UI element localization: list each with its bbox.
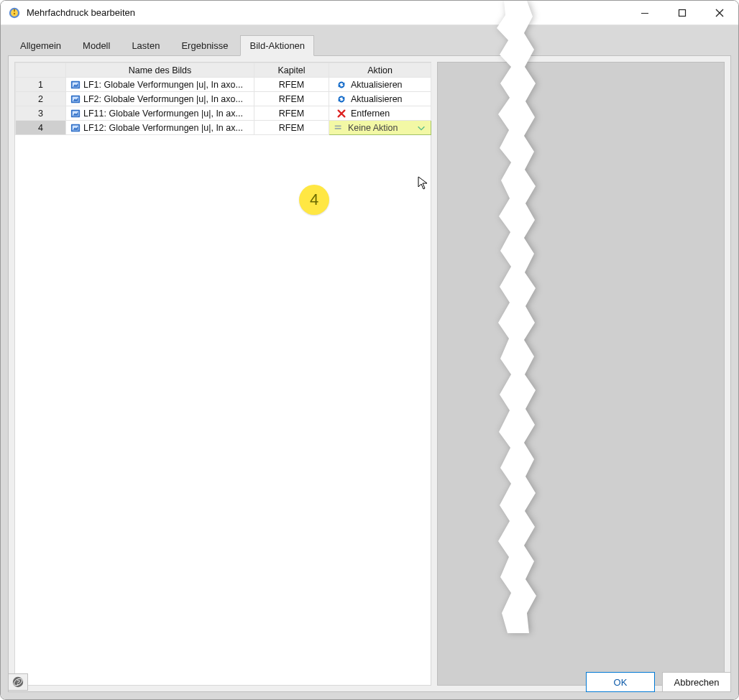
row-number: 2 — [16, 92, 66, 106]
tab-bar: Allgemein Modell Lasten Ergebnisse Bild-… — [8, 31, 731, 56]
app-icon — [8, 6, 21, 19]
row-number: 4 — [16, 121, 66, 135]
action-dropdown-menu: Entfernen Keine Aktion — [329, 134, 431, 135]
refresh-icon — [336, 94, 346, 104]
svg-rect-19 — [335, 128, 341, 129]
action-label: Entfernen — [351, 109, 390, 119]
window-title: Mehrfachdruck bearbeiten — [27, 7, 135, 18]
callout-marker: 4 — [299, 185, 329, 215]
col-header-num — [16, 63, 66, 78]
table-row[interactable]: 4 LF12: Globale Verformungen |u|, In ax.… — [16, 121, 431, 135]
grid-pane: Name des Bilds Kapitel Aktion 1 — [14, 62, 431, 686]
image-icon — [70, 80, 81, 90]
cancel-button[interactable]: Abbrechen — [662, 672, 731, 692]
cell-action[interactable]: Entfernen — [329, 106, 431, 121]
ok-button[interactable]: OK — [586, 672, 655, 692]
image-icon — [70, 94, 81, 104]
maximize-button[interactable] — [664, 1, 701, 24]
svg-rect-4 — [641, 13, 648, 14]
image-icon — [70, 109, 81, 119]
tab-bild-aktionen[interactable]: Bild-Aktionen — [240, 35, 314, 56]
action-label: Aktualisieren — [351, 80, 403, 90]
dropdown-current-label: Keine Aktion — [348, 123, 398, 133]
svg-rect-18 — [335, 125, 341, 126]
no-action-icon — [334, 123, 344, 133]
tab-ergebnisse[interactable]: Ergebnisse — [172, 35, 237, 56]
cell-action-dropdown[interactable]: Keine Aktion — [329, 121, 431, 135]
cell-name[interactable]: LF11: Globale Verformungen |u|, In ax... — [66, 106, 254, 121]
image-actions-table: Name des Bilds Kapitel Aktion 1 — [15, 63, 431, 135]
help-button[interactable]: ? — [8, 673, 28, 691]
minimize-button[interactable] — [626, 1, 664, 24]
svg-rect-5 — [679, 9, 686, 16]
cell-kapitel[interactable]: RFEM — [254, 121, 329, 135]
tab-allgemein[interactable]: Allgemein — [11, 35, 70, 56]
row-number: 3 — [16, 106, 66, 121]
col-header-name: Name des Bilds — [66, 63, 254, 78]
image-name: LF12: Globale Verformungen |u|, In ax... — [83, 123, 243, 133]
cell-kapitel[interactable]: RFEM — [254, 78, 329, 92]
row-number: 1 — [16, 78, 66, 92]
action-label: Aktualisieren — [351, 94, 403, 104]
tab-lasten[interactable]: Lasten — [122, 35, 169, 56]
title-bar: Mehrfachdruck bearbeiten — [1, 1, 738, 25]
cell-action[interactable]: Aktualisieren — [329, 92, 431, 106]
col-header-aktion: Aktion — [329, 63, 431, 78]
image-icon — [70, 123, 81, 133]
svg-rect-2 — [14, 9, 15, 11]
preview-pane — [437, 62, 725, 686]
svg-text:?: ? — [17, 678, 20, 686]
cell-kapitel[interactable]: RFEM — [254, 92, 329, 106]
col-header-kapitel: Kapitel — [254, 63, 329, 78]
cell-name[interactable]: LF1: Globale Verformungen |u|, In axo... — [66, 78, 254, 92]
refresh-icon — [336, 80, 346, 90]
table-row[interactable]: 1 LF1: Globale Verformungen |u|, In axo.… — [16, 78, 431, 92]
dialog-footer: ? OK Abbrechen — [8, 672, 731, 692]
cell-name[interactable]: LF2: Globale Verformungen |u|, In axo... — [66, 92, 254, 106]
image-name: LF11: Globale Verformungen |u|, In ax... — [83, 109, 243, 119]
table-row[interactable]: 3 LF11: Globale Verformungen |u|, In ax.… — [16, 106, 431, 121]
cursor-icon — [418, 176, 429, 190]
image-name: LF2: Globale Verformungen |u|, In axo... — [83, 94, 243, 104]
table-header-row: Name des Bilds Kapitel Aktion — [16, 63, 431, 78]
remove-icon — [336, 109, 346, 119]
image-name: LF1: Globale Verformungen |u|, In axo... — [83, 80, 243, 90]
table-row[interactable]: 2 LF2: Globale Verformungen |u|, In axo.… — [16, 92, 431, 106]
cell-name[interactable]: LF12: Globale Verformungen |u|, In ax... — [66, 121, 254, 135]
close-button[interactable] — [701, 1, 738, 24]
cell-action[interactable]: Aktualisieren — [329, 78, 431, 92]
tab-modell[interactable]: Modell — [73, 35, 119, 56]
work-area: Name des Bilds Kapitel Aktion 1 — [8, 55, 731, 692]
svg-point-3 — [14, 12, 16, 14]
cell-kapitel[interactable]: RFEM — [254, 106, 329, 121]
chevron-down-icon — [416, 123, 426, 133]
